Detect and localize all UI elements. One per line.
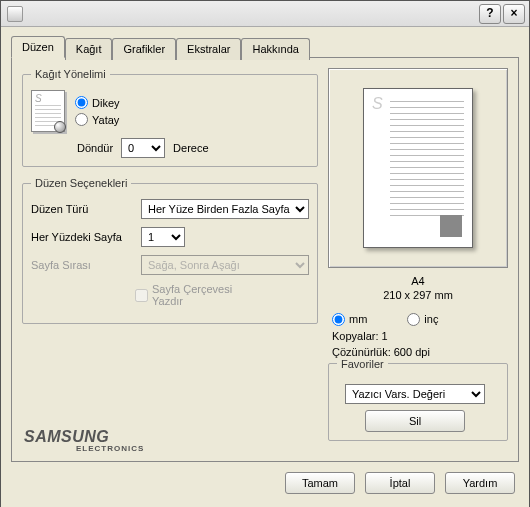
favorites-delete-label: Sil bbox=[409, 415, 421, 427]
layout-options-legend: Düzen Seçenekleri bbox=[31, 177, 131, 189]
tabstrip: Düzen Kağıt Grafikler Ekstralar Hakkında bbox=[11, 36, 519, 58]
help-label: Yardım bbox=[463, 477, 498, 489]
titlebar: ? × bbox=[1, 1, 529, 27]
page-order-label: Sayfa Sırası bbox=[31, 259, 135, 271]
tab-about-label: Hakkında bbox=[252, 43, 298, 55]
portrait-radio[interactable]: Dikey bbox=[75, 96, 120, 109]
brand-logo: SAMSUNG ELECTRONICS bbox=[24, 429, 144, 453]
cancel-label: İptal bbox=[390, 477, 411, 489]
unit-inch-input[interactable] bbox=[407, 313, 420, 326]
dialog-buttons: Tamam İptal Yardım bbox=[11, 462, 519, 498]
ok-label: Tamam bbox=[302, 477, 338, 489]
help-button-bottom[interactable]: Yardım bbox=[445, 472, 515, 494]
tab-graphics[interactable]: Grafikler bbox=[112, 38, 176, 60]
brand-sub: ELECTRONICS bbox=[76, 445, 144, 453]
pps-label: Her Yüzdeki Sayfa bbox=[31, 231, 135, 243]
tab-about[interactable]: Hakkında bbox=[241, 38, 309, 60]
landscape-radio-input[interactable] bbox=[75, 113, 88, 126]
page-border-label: Sayfa Çerçevesi Yazdır bbox=[152, 283, 239, 307]
favorites-group: Favoriler Yazıcı Vars. Değeri Sil bbox=[328, 358, 508, 441]
tab-paper[interactable]: Kağıt bbox=[65, 38, 113, 60]
favorites-delete-button[interactable]: Sil bbox=[365, 410, 465, 432]
page-preview bbox=[328, 68, 508, 268]
favorites-legend: Favoriler bbox=[337, 358, 388, 370]
unit-inch-radio[interactable]: inç bbox=[407, 313, 438, 326]
print-preferences-dialog: ? × Düzen Kağıt Grafikler Ekstralar Hakk… bbox=[0, 0, 530, 507]
page-border-checkbox: Sayfa Çerçevesi Yazdır bbox=[135, 283, 239, 307]
unit-mm-radio[interactable]: mm bbox=[332, 313, 367, 326]
tab-extras-label: Ekstralar bbox=[187, 43, 230, 55]
resolution-info: Çözünürlük: 600 dpi bbox=[328, 346, 508, 358]
rotate-unit: Derece bbox=[173, 142, 208, 154]
orientation-legend: Kağıt Yönelimi bbox=[31, 68, 110, 80]
copies-info: Kopyalar: 1 bbox=[328, 330, 508, 342]
layout-type-label: Düzen Türü bbox=[31, 203, 135, 215]
tab-paper-label: Kağıt bbox=[76, 43, 102, 55]
close-button[interactable]: × bbox=[503, 4, 525, 24]
tab-extras[interactable]: Ekstralar bbox=[176, 38, 241, 60]
tab-graphics-label: Grafikler bbox=[123, 43, 165, 55]
tab-layout[interactable]: Düzen bbox=[11, 36, 65, 58]
pps-select[interactable]: 1 bbox=[141, 227, 185, 247]
portrait-radio-input[interactable] bbox=[75, 96, 88, 109]
brand-name: SAMSUNG bbox=[24, 428, 109, 445]
layout-options-group: Düzen Seçenekleri Düzen Türü Her Yüze Bi… bbox=[22, 177, 318, 324]
cancel-button[interactable]: İptal bbox=[365, 472, 435, 494]
landscape-label: Yatay bbox=[92, 114, 119, 126]
orientation-thumb-icon bbox=[31, 90, 65, 132]
orientation-group: Kağıt Yönelimi Dikey bbox=[22, 68, 318, 167]
unit-mm-label: mm bbox=[349, 313, 367, 325]
preview-size-dim: 210 x 297 mm bbox=[328, 288, 508, 302]
preview-page-icon bbox=[363, 88, 473, 248]
unit-mm-input[interactable] bbox=[332, 313, 345, 326]
landscape-radio[interactable]: Yatay bbox=[75, 113, 120, 126]
help-button[interactable]: ? bbox=[479, 4, 501, 24]
printer-icon bbox=[7, 6, 23, 22]
rotate-label: Döndür bbox=[77, 142, 113, 154]
preview-size-name: A4 bbox=[328, 274, 508, 288]
page-border-checkbox-input bbox=[135, 289, 148, 302]
tab-panel: Kağıt Yönelimi Dikey bbox=[11, 57, 519, 462]
tab-layout-label: Düzen bbox=[22, 41, 54, 53]
layout-type-select[interactable]: Her Yüze Birden Fazla Sayfa bbox=[141, 199, 309, 219]
unit-inch-label: inç bbox=[424, 313, 438, 325]
portrait-label: Dikey bbox=[92, 97, 120, 109]
rotate-select[interactable]: 0 bbox=[121, 138, 165, 158]
ok-button[interactable]: Tamam bbox=[285, 472, 355, 494]
favorites-select[interactable]: Yazıcı Vars. Değeri bbox=[345, 384, 485, 404]
page-order-select: Sağa, Sonra Aşağı bbox=[141, 255, 309, 275]
